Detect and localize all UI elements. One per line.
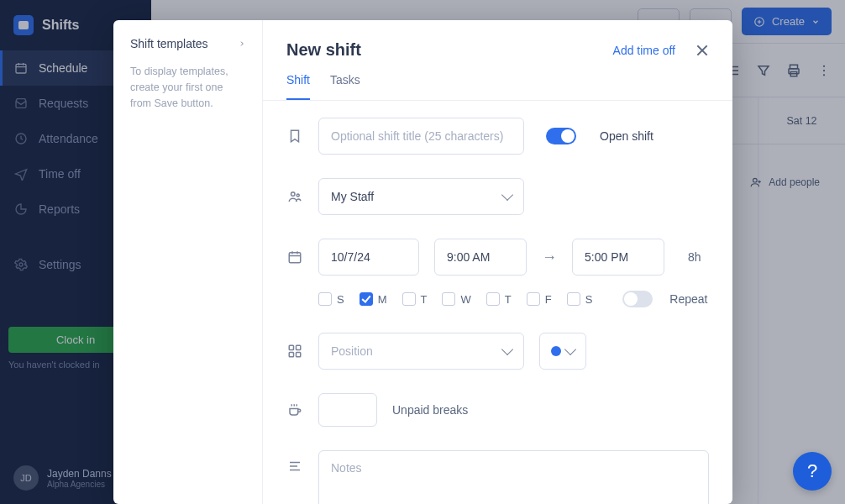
tab-shift[interactable]: Shift xyxy=(286,73,310,100)
breaks-input[interactable] xyxy=(318,393,377,427)
modal-title: New shift xyxy=(286,40,613,60)
svg-rect-17 xyxy=(297,353,301,357)
row-title: Open shift xyxy=(286,118,709,155)
templates-panel: Shift templates To display templates, cr… xyxy=(113,20,263,504)
row-notes xyxy=(286,450,709,504)
open-shift-toggle[interactable] xyxy=(546,128,576,144)
close-icon[interactable] xyxy=(695,44,709,57)
date-input[interactable] xyxy=(318,239,419,276)
position-select[interactable]: Position xyxy=(318,333,524,370)
duration-label: 8h xyxy=(688,250,701,264)
open-shift-label: Open shift xyxy=(600,129,653,143)
calendar-icon xyxy=(286,249,303,265)
repeat-toggle[interactable] xyxy=(622,291,653,307)
chevron-down-icon xyxy=(564,344,576,355)
repeat-label: Repeat xyxy=(669,292,707,306)
svg-point-12 xyxy=(297,194,299,197)
day-wed[interactable]: W xyxy=(442,292,470,306)
new-shift-modal: Shift templates To display templates, cr… xyxy=(113,20,732,504)
notes-textarea[interactable] xyxy=(318,450,709,504)
day-fri[interactable]: F xyxy=(527,292,552,306)
row-breaks: Unpaid breaks xyxy=(286,393,709,427)
templates-header[interactable]: Shift templates xyxy=(130,37,245,50)
grid-icon xyxy=(286,344,303,359)
day-tue[interactable]: T xyxy=(402,292,428,306)
templates-description: To display templates, create your first … xyxy=(130,64,245,111)
position-placeholder: Position xyxy=(331,344,373,358)
day-sat[interactable]: S xyxy=(567,292,593,306)
add-time-off-link[interactable]: Add time off xyxy=(613,44,675,57)
shift-title-input[interactable] xyxy=(318,118,524,155)
row-datetime: → 8h xyxy=(286,239,709,276)
notes-icon xyxy=(286,459,303,474)
color-swatch xyxy=(551,346,561,356)
row-days: S M T W T F S Repeat xyxy=(286,291,709,307)
svg-rect-16 xyxy=(289,353,293,357)
help-label: ? xyxy=(807,460,817,482)
repeat-group: Repeat xyxy=(616,291,707,307)
bookmark-icon xyxy=(286,129,303,144)
svg-point-11 xyxy=(291,192,296,197)
svg-rect-15 xyxy=(297,345,301,349)
chevron-down-icon xyxy=(501,189,513,201)
svg-rect-13 xyxy=(289,253,301,263)
modal-tabs: Shift Tasks xyxy=(263,60,732,101)
people-icon xyxy=(286,189,303,204)
staff-select[interactable]: My Staff xyxy=(318,178,524,215)
day-sun[interactable]: S xyxy=(318,292,344,306)
row-staff: My Staff xyxy=(286,178,709,215)
end-time-input[interactable] xyxy=(572,239,664,276)
chevron-right-icon xyxy=(239,39,245,49)
chevron-down-icon xyxy=(501,344,513,355)
tab-tasks[interactable]: Tasks xyxy=(330,73,360,100)
templates-title: Shift templates xyxy=(130,37,208,50)
staff-value: My Staff xyxy=(331,190,374,203)
row-position: Position xyxy=(286,333,709,370)
form-area: Open shift My Staff → 8h xyxy=(263,101,732,504)
arrow-right-icon: → xyxy=(542,249,557,266)
breaks-label: Unpaid breaks xyxy=(392,403,468,417)
start-time-input[interactable] xyxy=(434,239,527,276)
modal-main: New shift Add time off Shift Tasks Open … xyxy=(263,20,732,504)
svg-rect-14 xyxy=(289,345,293,349)
day-mon[interactable]: M xyxy=(360,292,387,306)
coffee-icon xyxy=(286,402,303,417)
day-thu[interactable]: T xyxy=(486,292,512,306)
help-button[interactable]: ? xyxy=(793,452,832,491)
modal-header: New shift Add time off xyxy=(263,20,732,60)
color-select[interactable] xyxy=(539,333,586,370)
